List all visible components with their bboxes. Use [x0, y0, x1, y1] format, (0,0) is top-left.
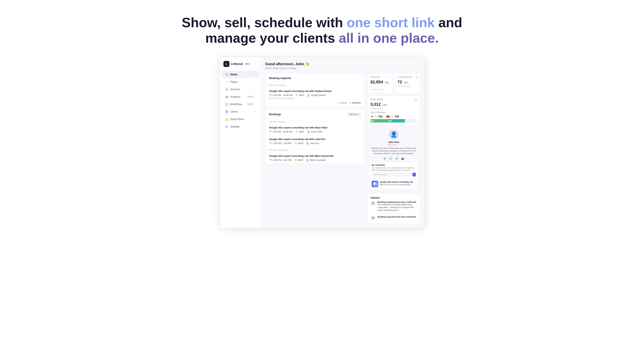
person-icon: 👤: [307, 94, 310, 97]
products-soon-badge: SOON: [247, 95, 254, 98]
page-views-sub: Up last 30 days: [370, 108, 417, 110]
sidebar-label-settings: Settings: [230, 125, 240, 128]
region-jp: 🇯🇵 JP 783: [370, 115, 382, 118]
sidebar-item-subscribers[interactable]: 🔔 Subscribers ›: [221, 116, 259, 123]
calendar-icon: 📅: [269, 159, 272, 161]
jp-value: 783: [378, 115, 382, 118]
money-icon: 💳: [295, 131, 298, 133]
update-content-1: Booking requested has been confirmed. Yo…: [378, 201, 417, 212]
confirm-icon: ✓: [350, 102, 351, 104]
reject-button[interactable]: ✕ Reject: [338, 102, 347, 104]
chevron-icon: ›: [255, 81, 255, 83]
price-text: $500: [298, 142, 303, 145]
booking-time: 📅 9:00 AM - 10:00 AM: [269, 94, 292, 97]
calendar-icon: 📅: [269, 94, 272, 97]
sidebar-item-pages[interactable]: 📄 Pages ›: [221, 78, 259, 85]
booking-client-leila: 👤 Leila Kim: [306, 142, 319, 145]
client-name: Mike Kulusevski: [310, 159, 326, 161]
confirm-label: Confirm: [352, 102, 361, 104]
chevron-icon: ›: [360, 138, 361, 140]
calendar-icon: 📅: [269, 142, 272, 145]
preview-name: John Doe: [370, 141, 418, 144]
link-icon[interactable]: 🔗: [394, 156, 399, 161]
page-views-icon: ⬜: [415, 98, 417, 101]
whatsapp-icon[interactable]: 💬: [388, 156, 393, 161]
update-title-2: Booking requested has been confirmed.: [378, 216, 417, 218]
email-submit-button[interactable]: ›: [412, 173, 416, 177]
sidebar-item-services[interactable]: ⚙️ Services ›: [221, 86, 259, 93]
consulting-text: With a track record of driving significa…: [380, 183, 413, 186]
client-name: Leila Kim: [310, 142, 319, 145]
sidebar-label-services: Services: [230, 88, 240, 91]
hero-section: Show, sell, schedule with one short link…: [0, 0, 644, 57]
booking-meta-omar: 📅 9:00 AM - 10:00 AM 💳 $500 👤 Omar Pate: [269, 131, 361, 133]
time-text: 9:00 AM - 10:00 AM: [273, 131, 292, 133]
sidebar: L Linkycal PRO 🏠 Home › 📄 Pages ›: [220, 57, 261, 228]
update-icon-2: 📅: [370, 216, 376, 221]
instagram-icon[interactable]: 📷: [400, 156, 405, 161]
confirm-button[interactable]: ✓ Confirm: [350, 102, 361, 104]
booking-meta: 📅 9:00 AM - 10:00 AM 💳 $500 👤 Sophia Ah: [269, 94, 361, 97]
right-panel: BOOKING ℹ $2,854 34% ↑ Up last 30 days: [368, 73, 420, 224]
workflows-soon-badge: SOON: [247, 103, 254, 105]
page-views-value: 3,012: [370, 102, 381, 107]
greeting-title: Good afternoon, John 👋: [265, 62, 420, 66]
updates-title: Updates: [370, 196, 417, 199]
email-input-row: Type your email... ›: [372, 173, 416, 177]
hero-line2: manage your clients all in one place.: [205, 31, 439, 46]
bookings-date-sep1: Sep 4th • Monday: [265, 119, 364, 124]
subscribers-mail-icon: ✉: [416, 76, 417, 78]
consulting-card: 📊 Google Ads expert consulting call With…: [370, 179, 418, 189]
booking-meta-mike: 📅 4:00 PM - 5:00 PM 💳 $500 👤 Mike Kulus: [269, 159, 361, 161]
booking-price: 💳 $500: [295, 94, 304, 97]
chevron-icon: ›: [255, 118, 255, 120]
twitter-icon[interactable]: 🐦: [382, 156, 387, 161]
sidebar-label-clients: Clients: [230, 110, 238, 113]
preview-bio: Maximize ROI with a Google Ads expert. P…: [370, 147, 418, 155]
sidebar-item-home[interactable]: 🏠 Home ›: [221, 71, 259, 78]
update-icon-1: 📅: [370, 201, 376, 206]
booking-stat-value-row: $2,854 34% ↑: [370, 80, 390, 88]
pro-badge: PRO: [244, 63, 250, 65]
chevron-icon: ›: [255, 73, 255, 75]
date-line: [288, 85, 361, 85]
booking-title-row[interactable]: Google ADs expert consulting call with S…: [269, 90, 361, 93]
booking-title-row[interactable]: Google ADs expert consulting call with L…: [269, 138, 361, 141]
bookings-header: Bookings Next up ▾: [265, 109, 364, 119]
sidebar-item-clients[interactable]: 👤 Clients ›: [221, 108, 259, 115]
booking-item-omar: Google ADs expert consulting call with O…: [265, 124, 364, 136]
price-text: $500: [298, 159, 303, 161]
booking-time-text: 9:00 AM - 10:00 AM: [273, 94, 292, 97]
sidebar-item-settings[interactable]: ⚙️ Settings ›: [221, 123, 259, 130]
stats-row: BOOKING ℹ $2,854 34% ↑ Up last 30 days: [368, 73, 420, 93]
greeting-subtitle: Here's what's going on today.: [265, 67, 420, 70]
handle-text: @johndoe: [388, 144, 397, 146]
sidebar-item-products[interactable]: 📦 Products SOON ›: [221, 93, 259, 100]
booking-price-leila: 💳 $500: [294, 142, 303, 145]
clients-icon: 👤: [225, 110, 228, 113]
booking-client-mike: 👤 Mike Kulusevski: [306, 159, 326, 161]
reject-label: Reject: [341, 102, 347, 104]
booking-title-row[interactable]: Google ADs expert consulting call with M…: [269, 155, 361, 157]
booking-title-row[interactable]: Google ADs expert consulting call with O…: [269, 126, 361, 129]
regions-label: TOP 3 REGIONS: [370, 112, 417, 114]
person-icon: 👤: [306, 159, 309, 161]
sidebar-label-pages: Pages: [230, 80, 238, 83]
booking-request-item: Google ADs expert consulting call with S…: [265, 87, 364, 106]
main-content: Good afternoon, John 👋 Here's what's goi…: [261, 57, 424, 228]
consulting-info: Google Ads expert consulting call With a…: [380, 181, 413, 186]
client-name: Omar Patel: [311, 131, 322, 133]
sidebar-item-workflows[interactable]: 🔄 Workflows SOON ›: [221, 101, 259, 108]
update-text-1: You confirmed a booking request from Luc…: [378, 203, 417, 212]
greeting: Good afternoon, John 👋 Here's what's goi…: [265, 62, 420, 70]
hk-code: HK: [390, 115, 393, 118]
products-icon: 📦: [225, 95, 228, 98]
newsletter-section: My newsletter Stay ahead in the ever-cha…: [370, 162, 418, 178]
booking-price-omar: 💳 $500: [295, 131, 304, 133]
page-views-value-row: 3,012 12% ↑: [370, 102, 417, 107]
next-up-button[interactable]: Next up ▾: [347, 112, 361, 117]
update-item-2: 📅 Booking requested has been confirmed.: [370, 216, 417, 221]
date-line: [291, 150, 361, 150]
page-views-label: PAGE VIEWS ⬜: [370, 98, 417, 101]
page-views-label-text: PAGE VIEWS: [370, 98, 383, 101]
